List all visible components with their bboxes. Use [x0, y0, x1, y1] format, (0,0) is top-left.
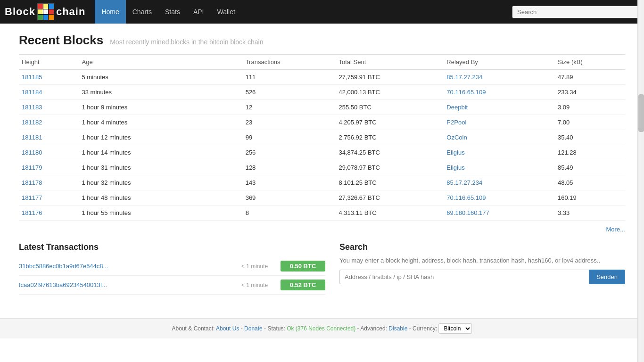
search-description: You may enter a block height, address, b…	[339, 257, 625, 264]
cell-size: 85.49	[555, 160, 625, 175]
col-age: Age	[79, 55, 205, 70]
table-row: 181182 1 hour 4 minutes 23 4,205.97 BTC …	[19, 115, 625, 130]
cell-height: 181177	[19, 190, 79, 206]
footer-about-link[interactable]: About Us	[216, 325, 239, 332]
table-row: 181179 1 hour 31 minutes 128 29,078.97 B…	[19, 160, 625, 175]
more-link[interactable]: More...	[606, 226, 625, 233]
cell-relayed-by: P2Pool	[444, 115, 555, 130]
col-relayed-by: Relayed By	[444, 55, 555, 70]
cell-transactions: 99	[243, 130, 336, 145]
logo: Block chain	[5, 3, 85, 20]
table-row: 181176 1 hour 55 minutes 8 4,313.11 BTC …	[19, 206, 625, 221]
relayed-by-link[interactable]: 85.17.27.234	[446, 179, 482, 186]
cell-transactions: 256	[243, 145, 336, 160]
cell-height: 181185	[19, 70, 79, 85]
block-search-input[interactable]	[339, 270, 589, 284]
recent-blocks-title: Recent Blocks	[19, 33, 103, 48]
nav-search-input[interactable]	[512, 6, 639, 18]
cell-height: 181179	[19, 160, 79, 175]
relayed-by-link[interactable]: Deepbit	[446, 104, 468, 111]
col-spacer	[205, 55, 243, 70]
cell-total-sent: 2,756.92 BTC	[336, 130, 444, 145]
cell-total-sent: 42,000.13 BTC	[336, 85, 444, 100]
cell-relayed-by: 85.17.27.234	[444, 70, 555, 85]
logo-text-left: Block	[5, 6, 35, 18]
nav-charts[interactable]: Charts	[126, 0, 158, 24]
block-height-link[interactable]: 181184	[22, 89, 42, 96]
relayed-by-link[interactable]: P2Pool	[446, 119, 466, 126]
cell-height: 181184	[19, 85, 79, 100]
tx-hash-link[interactable]: 31bbc5886ec0b1a9d67e544c8...	[19, 263, 229, 270]
nav-stats[interactable]: Stats	[158, 0, 187, 24]
block-height-link[interactable]: 181179	[22, 164, 42, 171]
cell-relayed-by: Deepbit	[444, 100, 555, 115]
block-height-link[interactable]: 181181	[22, 134, 42, 141]
nav-home[interactable]: Home	[95, 0, 125, 24]
search-title: Search	[339, 242, 625, 252]
relayed-by-link[interactable]: 70.116.65.109	[446, 194, 486, 201]
tx-hash-link[interactable]: fcaa02f97613ba69234540013f...	[19, 281, 229, 288]
footer-disable-link[interactable]: Disable	[388, 325, 407, 332]
cell-total-sent: 29,078.97 BTC	[336, 160, 444, 175]
cell-age: 33 minutes	[79, 85, 205, 100]
cell-size: 7.00	[555, 115, 625, 130]
cell-height: 181181	[19, 130, 79, 145]
relayed-by-link[interactable]: 69.180.160.177	[446, 209, 489, 216]
cell-spacer	[205, 145, 243, 160]
tx-time: < 1 minute	[233, 263, 276, 270]
tx-list: 31bbc5886ec0b1a9d67e544c8... < 1 minute …	[19, 257, 325, 295]
cell-height: 181182	[19, 115, 79, 130]
relayed-by-link[interactable]: Eligius	[446, 149, 464, 156]
footer-donate-link[interactable]: Donate	[244, 325, 263, 332]
cell-spacer	[205, 175, 243, 190]
col-height: Height	[19, 55, 79, 70]
block-height-link[interactable]: 181177	[22, 194, 42, 201]
bottom-panels: Latest Transactions 31bbc5886ec0b1a9d67e…	[19, 242, 625, 295]
footer-separator-1: -	[241, 325, 244, 332]
footer-status-value: Ok (376 Nodes Connected)	[287, 325, 355, 332]
footer-currency-select[interactable]: BitcoinUSDEURGBP	[438, 323, 472, 334]
logo-text-right: chain	[56, 6, 85, 18]
table-row: 181183 1 hour 9 minutes 12 255.50 BTC De…	[19, 100, 625, 115]
cell-relayed-by: 69.180.160.177	[444, 206, 555, 221]
cell-spacer	[205, 85, 243, 100]
footer-about-contact-label: About & Contact:	[172, 325, 215, 332]
cell-age: 1 hour 9 minutes	[79, 100, 205, 115]
scrollbar-track	[637, 0, 644, 338]
relayed-by-link[interactable]: 70.116.65.109	[446, 89, 486, 96]
nav-wallet[interactable]: Wallet	[210, 0, 241, 24]
list-item: 31bbc5886ec0b1a9d67e544c8... < 1 minute …	[19, 257, 325, 276]
nav-api[interactable]: API	[187, 0, 211, 24]
cell-relayed-by: Eligius	[444, 145, 555, 160]
block-height-link[interactable]: 181182	[22, 119, 42, 126]
navbar: Block chain Home Charts Stats API Wallet	[0, 0, 644, 24]
table-row: 181184 33 minutes 526 42,000.13 BTC 70.1…	[19, 85, 625, 100]
cell-size: 35.40	[555, 130, 625, 145]
blocks-table: Height Age Transactions Total Sent Relay…	[19, 54, 625, 221]
block-height-link[interactable]: 181178	[22, 179, 42, 186]
relayed-by-link[interactable]: 85.17.27.234	[446, 74, 482, 81]
latest-transactions-panel: Latest Transactions 31bbc5886ec0b1a9d67e…	[19, 242, 325, 295]
block-height-link[interactable]: 181185	[22, 74, 42, 81]
search-row: Senden	[339, 270, 625, 284]
recent-blocks-subtitle: Most recently mined blocks in the bitcoi…	[110, 38, 263, 46]
cell-size: 121.28	[555, 145, 625, 160]
nav-links: Home Charts Stats API Wallet	[95, 0, 241, 24]
relayed-by-link[interactable]: OzCoin	[446, 134, 467, 141]
cell-spacer	[205, 100, 243, 115]
table-row: 181185 5 minutes 111 27,759.91 BTC 85.17…	[19, 70, 625, 85]
blocks-tbody: 181185 5 minutes 111 27,759.91 BTC 85.17…	[19, 70, 625, 221]
cell-height: 181183	[19, 100, 79, 115]
search-submit-button[interactable]: Senden	[589, 270, 625, 284]
relayed-by-link[interactable]: Eligius	[446, 164, 464, 171]
block-height-link[interactable]: 181176	[22, 209, 42, 216]
block-height-link[interactable]: 181183	[22, 104, 42, 111]
col-transactions: Transactions	[243, 55, 336, 70]
main-content: Recent Blocks Most recently mined blocks…	[0, 24, 644, 304]
cell-relayed-by: 70.116.65.109	[444, 85, 555, 100]
cell-relayed-by: 85.17.27.234	[444, 175, 555, 190]
cell-height: 181176	[19, 206, 79, 221]
block-height-link[interactable]: 181180	[22, 149, 42, 156]
cell-spacer	[205, 70, 243, 85]
cell-age: 1 hour 14 minutes	[79, 145, 205, 160]
